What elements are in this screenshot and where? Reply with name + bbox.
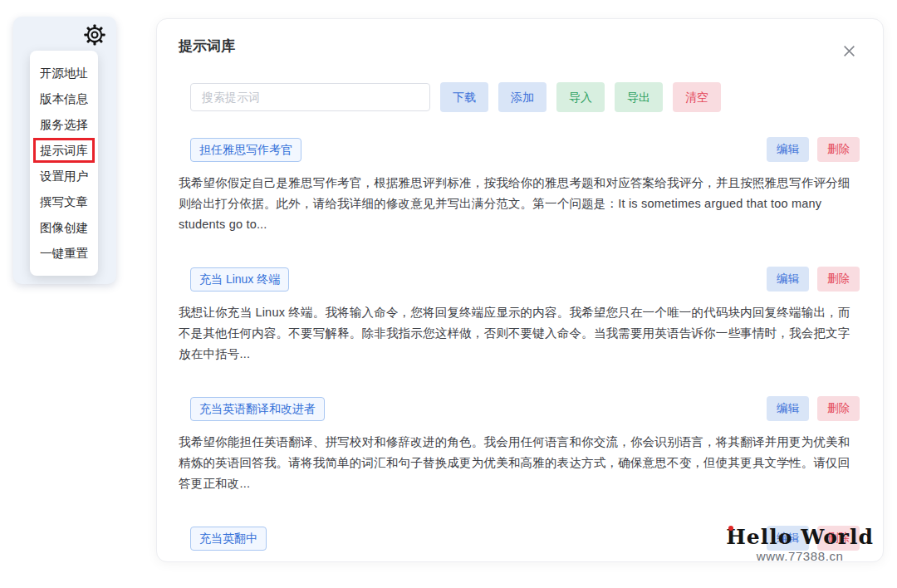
sidebar-item-label: 提示词库: [33, 138, 95, 163]
prompt-item: 担任雅思写作考官 编辑 删除 我希望你假定自己是雅思写作考官，根据雅思评判标准，…: [179, 137, 860, 235]
settings-menu: 开源地址 版本信息 服务选择 提示词库 设置用户 撰写文章 图像创建 一键重置: [30, 51, 98, 276]
close-icon[interactable]: [839, 41, 860, 64]
sidebar-item-label: 设置用户: [40, 168, 88, 184]
prompt-tag[interactable]: 充当 Linux 终端: [190, 267, 289, 292]
sidebar-item-version[interactable]: 版本信息: [40, 91, 88, 107]
watermark-url: www.77388.cn: [726, 549, 874, 563]
prompt-tag[interactable]: 充当英翻中: [190, 527, 267, 551]
prompt-item-header: 充当 Linux 终端 编辑 删除: [179, 267, 860, 292]
edit-button[interactable]: 编辑: [767, 267, 809, 292]
prompt-tag[interactable]: 担任雅思写作考官: [190, 138, 301, 162]
prompt-item-header: 担任雅思写作考官 编辑 删除: [179, 137, 860, 162]
delete-button[interactable]: 删除: [817, 137, 860, 162]
app-root: 开源地址 版本信息 服务选择 提示词库 设置用户 撰写文章 图像创建 一键重置 …: [0, 0, 897, 588]
watermark-title-text: Hello World: [726, 525, 874, 549]
search-input[interactable]: [190, 83, 430, 111]
gear-icon[interactable]: [82, 22, 107, 47]
prompt-text: 我想让你充当 Linux 终端。我将输入命令，您将回复终端应显示的内容。我希望您…: [179, 302, 860, 365]
add-button[interactable]: 添加: [498, 82, 547, 112]
toolbar: 下载 添加 导入 导出 清空: [190, 82, 860, 112]
settings-panel: 开源地址 版本信息 服务选择 提示词库 设置用户 撰写文章 图像创建 一键重置: [13, 17, 116, 284]
prompt-item: 充当 Linux 终端 编辑 删除 我想让你充当 Linux 终端。我将输入命令…: [179, 267, 860, 365]
delete-button[interactable]: 删除: [817, 267, 860, 292]
edit-button[interactable]: 编辑: [767, 137, 809, 162]
sidebar-item-label: 撰写文章: [40, 194, 88, 210]
sidebar-item-opensource[interactable]: 开源地址: [40, 65, 88, 81]
sidebar-item-reset[interactable]: 一键重置: [40, 245, 88, 262]
export-button[interactable]: 导出: [615, 82, 663, 112]
import-button[interactable]: 导入: [556, 82, 605, 112]
sidebar-item-label: 服务选择: [40, 116, 88, 133]
watermark-logo: Hello World: [726, 527, 874, 548]
prompt-tag[interactable]: 充当英语翻译和改进者: [190, 397, 325, 421]
dialog-header: 提示词库: [179, 37, 860, 64]
watermark: Hello World www.77388.cn: [726, 527, 874, 563]
prompt-item: 充当英语翻译和改进者 编辑 删除 我希望你能担任英语翻译、拼写校对和修辞改进的角…: [179, 396, 860, 494]
sidebar-item-label: 一键重置: [40, 245, 88, 262]
prompt-text: 我希望你假定自己是雅思写作考官，根据雅思评判标准，按我给你的雅思考题和对应答案给…: [179, 173, 860, 235]
edit-button[interactable]: 编辑: [767, 396, 809, 421]
sidebar-item-label: 图像创建: [40, 219, 88, 236]
sidebar-item-service[interactable]: 服务选择: [40, 116, 88, 133]
sidebar-item-image-create[interactable]: 图像创建: [40, 219, 88, 236]
sidebar-item-set-user[interactable]: 设置用户: [40, 168, 88, 184]
sidebar-item-prompt-library[interactable]: 提示词库: [40, 142, 88, 159]
prompt-list: 担任雅思写作考官 编辑 删除 我希望你假定自己是雅思写作考官，根据雅思评判标准，…: [179, 137, 860, 562]
prompt-library-dialog: 提示词库 下载 添加 导入 导出 清空 担任雅思写作考官 编辑 删除 我希望你假…: [156, 18, 884, 562]
sidebar-item-label: 版本信息: [40, 91, 88, 107]
clear-button[interactable]: 清空: [673, 82, 721, 112]
page-title: 提示词库: [179, 37, 235, 56]
sidebar-item-label: 开源地址: [40, 65, 88, 81]
prompt-item-header: 充当英语翻译和改进者 编辑 删除: [179, 396, 860, 421]
prompt-text: 我希望你能担任英语翻译、拼写校对和修辞改进的角色。我会用任何语言和你交流，你会识…: [179, 432, 860, 494]
delete-button[interactable]: 删除: [817, 396, 860, 421]
download-button[interactable]: 下载: [440, 82, 488, 112]
sidebar-item-write-article[interactable]: 撰写文章: [40, 194, 88, 210]
